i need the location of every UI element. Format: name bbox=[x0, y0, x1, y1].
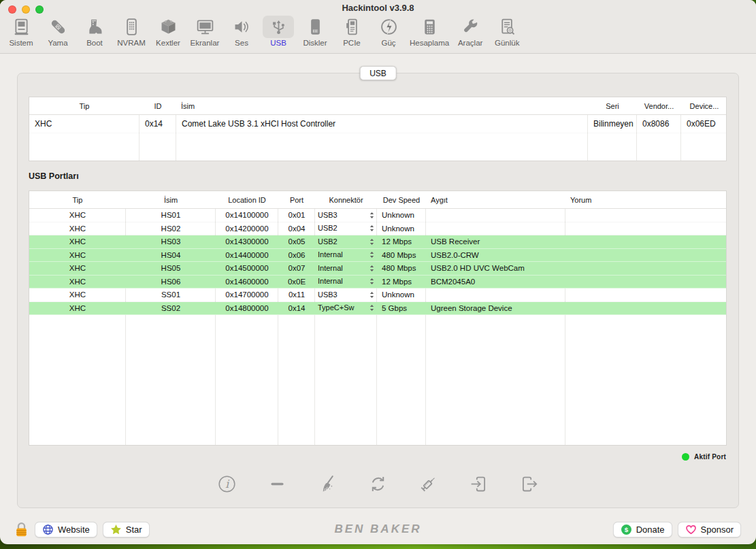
column-header[interactable]: Tip bbox=[29, 102, 139, 110]
toolbar-item-label: USB bbox=[270, 39, 286, 47]
toolbar-item-nvram[interactable]: NVRAM bbox=[116, 16, 147, 47]
stepper-arrows-icon bbox=[369, 291, 374, 299]
internal-drive-icon bbox=[299, 16, 331, 38]
connector-select[interactable]: TypeC+Sw bbox=[315, 302, 377, 315]
column-header[interactable]: Yorum bbox=[565, 196, 727, 204]
location-id-cell: 0x14700000 bbox=[216, 288, 278, 301]
brand-logo: BEN BAKER bbox=[334, 522, 421, 536]
usb-ports-table: TipİsimLocation IDPortKonnektörDev Speed… bbox=[29, 190, 727, 446]
export-button[interactable] bbox=[519, 472, 540, 495]
toolbar-item-pcie[interactable]: PCIe bbox=[336, 16, 367, 47]
stepper-arrows-icon bbox=[369, 278, 374, 285]
sponsor-button[interactable]: Sponsor bbox=[678, 522, 741, 537]
port-row-ss02[interactable]: XHCSS020x148000000x14TypeC+Sw5 GbpsUgree… bbox=[29, 302, 726, 316]
tab-usb[interactable]: USB bbox=[359, 66, 397, 80]
toolbar-item-ekranlar[interactable]: Ekranlar bbox=[189, 16, 220, 47]
port-row-hs01[interactable]: XHCHS010x141000000x01USB3Unknown bbox=[29, 209, 726, 222]
connector-value: USB2 bbox=[318, 235, 338, 248]
location-id-cell: 0x14100000 bbox=[216, 209, 278, 222]
clean-button[interactable] bbox=[318, 472, 338, 495]
usb-icon bbox=[263, 16, 294, 38]
active-port-label: Aktif Port bbox=[694, 453, 726, 461]
toolbar-item-güç[interactable]: Güç bbox=[373, 16, 404, 47]
port-row-hs03[interactable]: XHCHS030x143000000x05USB212 MbpsUSB Rece… bbox=[29, 235, 726, 249]
port-number-cell: 0x01 bbox=[278, 209, 315, 222]
toolbar-item-araçlar[interactable]: Araçlar bbox=[455, 16, 486, 47]
toolbar-item-usb[interactable]: USB bbox=[263, 16, 294, 47]
connector-select[interactable]: Internal bbox=[315, 262, 377, 275]
svg-text:i: i bbox=[225, 478, 230, 490]
calculator-icon bbox=[414, 16, 445, 38]
toolbar-item-yama[interactable]: Yama bbox=[42, 16, 73, 47]
active-port-dot-icon bbox=[682, 453, 689, 461]
column-header[interactable]: Device... bbox=[681, 102, 727, 110]
dev-speed-cell: Unknown bbox=[377, 209, 426, 222]
toolbar-item-günlük[interactable]: Günlük bbox=[491, 16, 523, 47]
toolbar-item-hesaplama[interactable]: Hesaplama bbox=[410, 16, 449, 47]
column-header[interactable]: Konnektör bbox=[315, 196, 377, 204]
column-header[interactable]: ID bbox=[139, 102, 176, 110]
port-name-cell: SS01 bbox=[126, 288, 216, 301]
remove-button[interactable] bbox=[267, 472, 288, 495]
toolbar-item-kextler[interactable]: Kextler bbox=[152, 16, 184, 47]
display-icon bbox=[189, 16, 220, 38]
toolbar-item-sistem[interactable]: Sistem bbox=[5, 16, 37, 47]
window-chrome: Hackintool v3.9.8 SistemYamaBootNVRAMKex… bbox=[0, 0, 756, 54]
controllers-table-body: XHC0x14Comet Lake USB 3.1 xHCI Host Cont… bbox=[29, 115, 726, 133]
port-row-hs06[interactable]: XHCHS060x146000000x0EInternal12 MbpsBCM2… bbox=[29, 276, 726, 289]
connector-select[interactable]: USB3 bbox=[315, 209, 377, 222]
port-number-cell: 0x06 bbox=[278, 249, 315, 262]
device-cell bbox=[426, 288, 565, 301]
info-button[interactable]: i bbox=[217, 472, 237, 495]
dollar-icon: $ bbox=[621, 524, 632, 535]
port-row-hs05[interactable]: XHCHS050x145000000x07Internal480 MbpsUSB… bbox=[29, 262, 726, 276]
column-header[interactable]: Dev Speed bbox=[377, 196, 426, 204]
refresh-button[interactable] bbox=[368, 472, 389, 495]
column-header[interactable]: Location ID bbox=[216, 196, 278, 204]
column-header[interactable]: İsim bbox=[126, 196, 216, 204]
location-id-cell: 0x14600000 bbox=[216, 276, 278, 288]
connector-select[interactable]: USB2 bbox=[315, 222, 377, 235]
column-header[interactable]: Seri bbox=[588, 102, 637, 110]
donate-button[interactable]: $ Donate bbox=[613, 522, 672, 537]
footer-bar: Website Star BEN BAKER $ Donate Sponsor bbox=[0, 515, 756, 544]
star-button[interactable]: Star bbox=[103, 522, 150, 537]
controller-row[interactable]: XHC0x14Comet Lake USB 3.1 xHCI Host Cont… bbox=[29, 115, 726, 133]
port-type-cell: XHC bbox=[29, 262, 126, 275]
chip-icon bbox=[116, 16, 147, 38]
dev-speed-cell: 5 Gbps bbox=[377, 302, 426, 315]
connector-value: USB2 bbox=[318, 222, 338, 235]
port-row-ss01[interactable]: XHCSS010x147000000x11USB3Unknown bbox=[29, 288, 726, 302]
stepper-arrows-icon bbox=[369, 224, 374, 232]
port-row-hs02[interactable]: XHCHS020x142000000x04USB2Unknown bbox=[29, 222, 726, 236]
controller-cell: Comet Lake USB 3.1 xHCI Host Controller bbox=[176, 115, 588, 133]
port-type-cell: XHC bbox=[29, 209, 126, 222]
dev-speed-cell: 12 Mbps bbox=[377, 276, 426, 288]
comment-cell bbox=[565, 302, 727, 315]
column-header[interactable]: Port bbox=[278, 196, 315, 204]
column-header[interactable]: Aygıt bbox=[426, 196, 565, 204]
column-header[interactable]: Tip bbox=[29, 196, 126, 204]
port-name-cell: HS02 bbox=[126, 222, 216, 235]
remove-icon bbox=[267, 474, 287, 494]
website-button-label: Website bbox=[58, 525, 90, 535]
comment-cell bbox=[565, 288, 727, 301]
toolbar-item-boot[interactable]: Boot bbox=[79, 16, 110, 47]
lock-icon[interactable] bbox=[15, 522, 28, 537]
connector-select[interactable]: Internal bbox=[315, 276, 377, 288]
toolbar-item-diskler[interactable]: Diskler bbox=[299, 16, 331, 47]
column-header[interactable]: Vendor... bbox=[637, 102, 681, 110]
column-header[interactable]: İsim bbox=[176, 102, 588, 110]
toolbar-item-label: Günlük bbox=[495, 39, 519, 47]
toolbar-item-ses[interactable]: Ses bbox=[226, 16, 257, 47]
refresh-icon bbox=[368, 474, 388, 494]
import-button[interactable] bbox=[469, 472, 489, 495]
connector-select[interactable]: USB2 bbox=[315, 235, 377, 248]
website-button[interactable]: Website bbox=[35, 522, 97, 537]
inject-button[interactable] bbox=[418, 472, 439, 495]
connector-select[interactable]: USB3 bbox=[315, 288, 377, 301]
port-row-hs04[interactable]: XHCHS040x144000000x06Internal480 MbpsUSB… bbox=[29, 249, 726, 263]
toolbar-item-label: Yama bbox=[48, 39, 67, 47]
connector-select[interactable]: Internal bbox=[315, 249, 377, 262]
toolbar-item-label: Ekranlar bbox=[191, 39, 220, 47]
